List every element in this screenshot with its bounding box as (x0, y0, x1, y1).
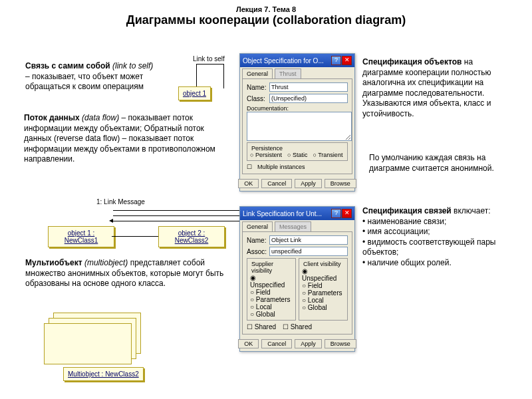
tab-thrust[interactable]: Thrust (275, 68, 301, 78)
link-name-input[interactable] (269, 235, 348, 245)
ok-button[interactable]: OK (238, 179, 259, 188)
self-loop (196, 64, 224, 88)
cancel-button[interactable]: Cancel (261, 179, 292, 188)
tab-general[interactable]: General (242, 221, 273, 231)
text-multiobject: Мультиобъект (multiobject) представляет … (25, 258, 225, 289)
titlebar-buttons[interactable]: ?✕ (331, 56, 352, 65)
link-message-label: 1: Link Message (96, 198, 145, 205)
text-spec-objects: Спецификация объектов на диаграмме коопе… (362, 57, 509, 120)
supplier-visibility: Supplier visibility ◉ Unspecified ○ Fiel… (247, 258, 296, 321)
text-anon-link: По умолчанию каждая связь на диаграмме с… (369, 153, 509, 174)
client-visibility: Client visibility ◉ Unspecified ○ Field … (299, 258, 348, 321)
cancel-button[interactable]: Cancel (261, 339, 292, 348)
object1-box: object 1 (178, 86, 211, 100)
object2-class-box: object 2 : NewClass2 (158, 226, 225, 247)
apply-button[interactable]: Apply (295, 179, 322, 188)
ok-button[interactable]: OK (238, 339, 259, 348)
lecture-title: Диаграммы кооперации (collaboration diag… (0, 13, 532, 27)
text-link-to-self: Связь с самим собой (link to self) – пок… (25, 61, 158, 92)
doc-textarea[interactable] (247, 112, 352, 141)
name-input[interactable] (269, 82, 348, 92)
dialog-link-spec: Link Specification for Unt... ?✕ General… (239, 206, 355, 352)
link-to-self-label: Link to self (193, 55, 225, 63)
title-block: Лекция 7. Тема 8 Диаграммы кооперации (c… (0, 0, 532, 27)
apply-button[interactable]: Apply (295, 339, 322, 348)
browse-button[interactable]: Browse (325, 179, 356, 188)
persistence-group: Persistence ○ Persistent ○ Static ○ Tran… (247, 142, 348, 161)
browse-button[interactable]: Browse (325, 339, 356, 348)
dialog-titlebar: Object Specification for O... ?✕ (240, 54, 354, 67)
multiobject-box: Multiobject : NewClass2 (63, 367, 144, 381)
titlebar-buttons[interactable]: ?✕ (331, 209, 352, 218)
dialog-tabs[interactable]: General Thrust (240, 67, 354, 78)
dialog-tabs[interactable]: General Messages (240, 220, 354, 231)
dialog-titlebar: Link Specification for Unt... ?✕ (240, 207, 354, 220)
class-input[interactable] (269, 94, 348, 103)
text-spec-links: Спецификация связей включает: наименован… (362, 206, 509, 269)
assoc-input[interactable] (269, 247, 348, 256)
text-data-flow: Поток данных (data flow) – показывает по… (24, 113, 217, 165)
lecture-number: Лекция 7. Тема 8 (0, 5, 532, 13)
dialog-object-spec: Object Specification for O... ?✕ General… (239, 53, 355, 192)
object1-class-box: object 1 : NewClass1 (48, 226, 114, 247)
tab-messages[interactable]: Messages (275, 221, 311, 231)
tab-general[interactable]: General (242, 68, 273, 78)
